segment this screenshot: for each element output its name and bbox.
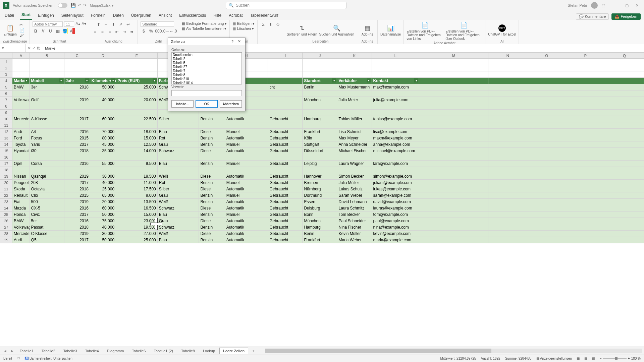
redo-icon[interactable]: ↷ (83, 3, 87, 8)
decimal-dec-icon[interactable]: ←.0 (170, 28, 176, 34)
font-color-icon[interactable]: A (69, 28, 75, 34)
bold-icon[interactable]: B (33, 28, 39, 34)
comments-button[interactable]: 💬 Kommentare (576, 13, 609, 20)
increase-font-icon[interactable]: A▴ (75, 21, 80, 27)
formula-bar: ▾ ✕ ✓ fx Marke (0, 44, 644, 52)
tab-start[interactable]: Start (20, 11, 32, 20)
undo-icon[interactable]: ↶ (78, 3, 81, 8)
border-icon[interactable]: ▦ (55, 28, 61, 34)
align-middle-icon[interactable]: ↔ (103, 21, 109, 27)
merge-icon[interactable]: ⬌ (129, 29, 135, 35)
italic-icon[interactable]: K (40, 28, 46, 34)
tab-daten[interactable]: Daten (112, 12, 125, 20)
clear-icon[interactable]: ◇ (275, 21, 281, 27)
tab-seitenlayout[interactable]: Seitenlayout (60, 12, 85, 20)
format-as-table-button[interactable]: ▦ Als Tabelle formatieren ▾ (182, 26, 226, 31)
chatgpt-button[interactable]: GPTChatGPT for Excel (488, 24, 516, 36)
search-input[interactable]: 🔍 Suchen (226, 2, 346, 9)
minimize-button[interactable]: — (612, 3, 621, 8)
maximize-button[interactable]: ▢ (623, 3, 631, 8)
dialog-close-button[interactable]: ✕ (236, 39, 243, 44)
group-adobe-label: Adobe Acrobat (407, 41, 482, 45)
title-bar: X Automatisches Speichern 💾 ↶ ↷ Mappe3.x… (0, 0, 644, 11)
tab-formeln[interactable]: Formeln (90, 12, 107, 20)
data-analysis-button[interactable]: 📊Datenanalyse (380, 24, 401, 36)
search-placeholder: Suchen (236, 3, 250, 8)
pdf-outlook-button[interactable]: 📄Erstellen von PDF-Dateien und Freigeben… (445, 21, 482, 41)
tab-ansicht[interactable]: Ansicht (157, 12, 173, 20)
autosave-toggle[interactable] (58, 3, 67, 8)
align-right-icon[interactable]: ≡ (107, 29, 113, 35)
group-editing-label: Bearbeiten (287, 39, 354, 43)
autosum-icon[interactable]: Σ (260, 21, 266, 27)
tab-hilfe[interactable]: Hilfe (212, 12, 223, 20)
search-container: 🔍 Suchen (226, 2, 346, 9)
pdf-link-button[interactable]: 📄Erstellen von PDF-Dateien und Freigeben… (407, 21, 443, 41)
save-icon[interactable]: 💾 (71, 3, 76, 8)
ribbon: 📋Einfügen ✂ 📄 🖌 Zwischenablage A▴ A▾ B K… (0, 20, 644, 44)
formula-input[interactable]: Marke (42, 46, 644, 50)
enter-formula-icon[interactable]: ✓ (32, 46, 36, 51)
decimal-inc-icon[interactable]: .0→ (163, 28, 169, 34)
align-center-icon[interactable]: ≡ (99, 29, 105, 35)
user-name[interactable]: Stefan Petri (568, 3, 587, 7)
insert-cells-button[interactable]: ▦ Einfügen ▾ (232, 21, 255, 26)
tab-tabellenentwurf[interactable]: Tabellenentwurf (249, 12, 280, 20)
orientation-icon[interactable]: ↗ (118, 21, 124, 27)
goto-label: Gehe zu: (171, 48, 242, 52)
excel-icon: X (3, 2, 9, 9)
align-left-icon[interactable]: ≡ (92, 29, 98, 35)
fx-icon[interactable]: fx (37, 46, 40, 51)
close-button[interactable]: ✕ (633, 3, 641, 8)
group-ai-label: AI (488, 39, 516, 43)
addins-button[interactable]: ▦Add-Ins (360, 24, 375, 36)
search-icon: 🔍 (229, 3, 234, 8)
find-select-button[interactable]: 🔍Suchen und Auswählen (319, 24, 355, 36)
wrap-text-icon[interactable]: ↩ (125, 21, 131, 27)
tab-einfügen[interactable]: Einfügen (37, 12, 55, 20)
conditional-format-button[interactable]: ▦ Bedingte Formatierung ▾ (182, 21, 227, 26)
ribbon-tabs: DateiStartEinfügenSeitenlayoutFormelnDat… (0, 11, 644, 20)
avatar[interactable] (591, 2, 598, 9)
comma-icon[interactable]: 000 (155, 28, 161, 34)
group-font-label: Schriftart (33, 39, 86, 43)
number-format-select[interactable] (141, 21, 174, 27)
cut-icon[interactable]: ✂ (19, 22, 24, 27)
decrease-font-icon[interactable]: A▾ (82, 21, 86, 27)
name-box[interactable]: ▾ (0, 44, 25, 52)
group-align-label: Ausrichtung (92, 39, 135, 43)
dialog-help-button[interactable]: ? (229, 40, 236, 44)
present-icon[interactable]: ⬚ (602, 3, 605, 8)
autosave-label: Automatisches Speichern (13, 3, 55, 7)
fill-color-icon[interactable]: 🪣 (62, 28, 68, 34)
tab-überprüfen[interactable]: Überprüfen (130, 12, 153, 20)
format-painter-icon[interactable]: 🖌 (19, 33, 24, 38)
sort-filter-button[interactable]: ⇅Sortieren und Filtern (287, 24, 317, 36)
font-name-select[interactable] (33, 21, 63, 27)
group-addins-label: Add-Ins (360, 39, 375, 43)
dialog-title: Gehe zu (171, 40, 229, 44)
tab-acrobat[interactable]: Acrobat (227, 12, 244, 20)
delete-cells-button[interactable]: ▦ Löschen ▾ (232, 26, 254, 31)
group-clipboard-label: Zwischenablage (3, 39, 27, 43)
indent-dec-icon[interactable]: ⇤ (114, 29, 120, 35)
indent-inc-icon[interactable]: ⇥ (121, 29, 127, 35)
cancel-formula-icon[interactable]: ✕ (28, 46, 31, 51)
quick-access: 💾 ↶ ↷ (71, 3, 87, 8)
underline-icon[interactable]: U (47, 28, 53, 34)
tab-datei[interactable]: Datei (3, 12, 15, 20)
percent-icon[interactable]: % (148, 28, 154, 34)
align-top-icon[interactable]: ⬆ (96, 21, 102, 27)
paste-button[interactable]: 📋Einfügen (3, 24, 17, 36)
copy-icon[interactable]: 📄 (19, 28, 24, 33)
currency-icon[interactable]: $ (141, 28, 147, 34)
share-button[interactable]: 📤 Freigeben (611, 13, 641, 20)
font-size-select[interactable] (64, 21, 74, 27)
tab-entwicklertools[interactable]: Entwicklertools (178, 12, 207, 20)
fill-icon[interactable]: ⬇ (268, 21, 274, 27)
document-name[interactable]: Mappe3.xlsx ▾ (90, 3, 114, 8)
goto-dialog: Gehe zu ? ✕ Gehe zu: DruckbereichTabelle… (168, 38, 246, 52)
align-bottom-icon[interactable]: ⬇ (110, 21, 116, 27)
